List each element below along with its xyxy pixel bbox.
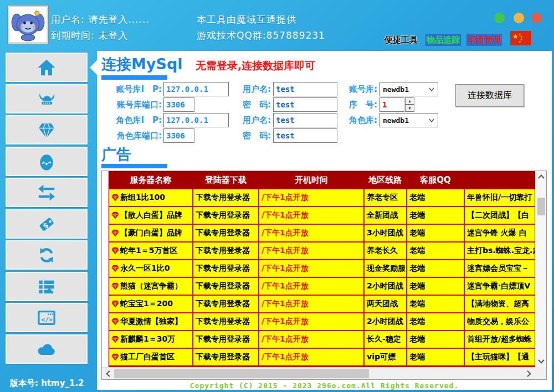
- qq-cell: 老端: [407, 242, 464, 260]
- sidebar-item-code[interactable]: </>: [6, 303, 88, 332]
- table-row[interactable]: 蛇宝宝1＝200 下载专用登录器 /下午1点开放 两天团战 老端 【满地物资、超…: [109, 295, 535, 313]
- refresh-icon: [37, 246, 56, 265]
- spin-up-button[interactable]: ▲: [405, 97, 414, 105]
- role-user-input[interactable]: [273, 113, 337, 127]
- ads-table: 服务器名称 登陆器下载 开机时间 地区线路 客服QQ 新组1比100 下载专用登…: [101, 171, 547, 380]
- server-name-cell: 熊猫（迷宫争霸）: [109, 277, 193, 295]
- region-cell: 长久-稳定: [364, 331, 407, 348]
- seq-spinner: ▲ ▼: [405, 97, 414, 112]
- sidebar-item-cloud[interactable]: [6, 334, 88, 364]
- svg-text:</>: </>: [41, 316, 53, 323]
- sidebar-item-gem[interactable]: [6, 115, 88, 145]
- scroll-down-arrow-icon[interactable]: [536, 357, 547, 366]
- role-db-value: newdb1: [383, 116, 409, 125]
- region-cell: 2小时团战: [364, 277, 407, 295]
- table-row[interactable]: 永久一区1比0 下载专用登录器 /下午1点开放 现金奖励服 老端 迷宫嫖会员宝宝…: [109, 260, 535, 277]
- desc-cell: 迷宫争锋 火爆 白: [464, 224, 535, 242]
- server-name-text: 华夏激情【独家】: [120, 317, 182, 327]
- cloud-icon: [37, 340, 56, 359]
- account-db-select[interactable]: newdb1: [379, 82, 438, 96]
- table-row[interactable]: 熊猫（迷宫争霸） 下载专用登录器 /下午1点开放 2小时团战 老端 迷宫争霸·白…: [109, 277, 535, 295]
- table-row[interactable]: 蛇年1＝5万首区 下载专用登录器 /下午1点开放 养老长久 老端 主打bs.蜘蛛…: [109, 242, 535, 260]
- vertical-scrollbar[interactable]: [535, 171, 546, 367]
- role-db-select[interactable]: newdb1: [379, 113, 438, 127]
- orange-dot-button[interactable]: [514, 13, 524, 23]
- col-header-server: 服务器名称: [109, 171, 193, 189]
- sidebar-item-egg[interactable]: [6, 147, 88, 176]
- copyright-text: Copyright (C) 2015 - 2023 296o.com.All R…: [97, 381, 552, 390]
- qq-cell: 老端: [407, 189, 464, 207]
- table-row[interactable]: 新组1比100 下载专用登录器 /下午1点开放 养老专区 老端 年兽怀旧/一切靠…: [109, 189, 535, 207]
- seq-input[interactable]: [379, 97, 404, 112]
- link-item-tracking[interactable]: 物品追踪: [425, 34, 461, 46]
- green-dot-button[interactable]: [494, 13, 505, 23]
- role-port-input[interactable]: [163, 128, 194, 143]
- sidebar-item-home[interactable]: [6, 53, 88, 82]
- china-flag-icon: ★ ★ ★ ★ ★: [510, 31, 531, 45]
- server-name-cell: 【豪门白蛋】品牌: [109, 224, 193, 242]
- spin-down-button[interactable]: ▼: [405, 105, 414, 112]
- scroll-left-arrow-icon[interactable]: [103, 368, 113, 380]
- open-time-cell: /下午1点开放: [259, 348, 364, 366]
- role-pass-label: 密 码:: [232, 128, 271, 143]
- link-legion-manage[interactable]: 军团管理: [466, 34, 502, 46]
- launcher-cell: 下载专用登录器: [193, 260, 259, 277]
- mysql-section-title: 连接MySql: [101, 54, 183, 74]
- sidebar-item-refresh[interactable]: [6, 240, 88, 270]
- table-row[interactable]: 猫工厂白蛋首区 下载专用登录器 /下午1点开放 vip可嫖 老端 【主玩猫咪】【…: [109, 348, 535, 366]
- table-header-row: 服务器名称 登陆器下载 开机时间 地区线路 客服QQ: [109, 171, 535, 189]
- ruby-gem-icon: [111, 194, 119, 202]
- account-port-label: 账号库端口:: [97, 97, 162, 112]
- role-port-label: 角色库端口:: [97, 128, 162, 143]
- role-pass-input[interactable]: [273, 128, 337, 143]
- table-row[interactable]: 新麒麟1＝30万 下载专用登录器 /下午1点开放 长久-稳定 老端 首组开放/超…: [109, 331, 535, 348]
- ruby-gem-icon: [111, 300, 119, 308]
- region-cell: 全新团战: [364, 207, 407, 224]
- region-cell: 养老长久: [364, 242, 407, 260]
- account-port-input[interactable]: [163, 97, 194, 112]
- table-row[interactable]: 华夏激情【独家】 下载专用登录器 /下午1点开放 2小时团战 老端 物质交易，娱…: [109, 313, 535, 331]
- launcher-cell: 下载专用登录器: [193, 313, 259, 331]
- link-quick-tools[interactable]: 便捷工具: [384, 34, 418, 46]
- data-table-icon: [37, 277, 56, 296]
- role-ip-input[interactable]: [163, 113, 229, 127]
- desc-cell: 【二次团战】【白: [464, 207, 535, 224]
- account-pass-input[interactable]: [273, 97, 337, 112]
- sidebar-item-helmet[interactable]: [6, 84, 88, 114]
- scrollbar-corner: [535, 367, 546, 379]
- scroll-up-arrow-icon[interactable]: [536, 172, 547, 181]
- qq-cell: 老端: [407, 224, 464, 242]
- region-cell: 2小时团战: [364, 313, 407, 331]
- sidebar-item-transfer[interactable]: [6, 178, 88, 207]
- ruby-gem-icon: [111, 318, 119, 326]
- col-header-opentime: 开机时间: [259, 171, 364, 189]
- account-user-input[interactable]: [273, 82, 337, 96]
- ruby-gem-icon: [111, 265, 119, 272]
- home-icon: [37, 58, 56, 77]
- server-name-cell: 新麒麟1＝30万: [109, 331, 193, 348]
- vertical-scroll-thumb[interactable]: [537, 198, 545, 215]
- connect-db-button[interactable]: 连接数据库: [455, 84, 524, 107]
- desc-cell: 【主玩猫咪】【通: [464, 348, 535, 366]
- scroll-right-arrow-icon[interactable]: [524, 368, 534, 380]
- username-status: 用户名: 请先登入......: [51, 13, 150, 26]
- role-user-label: 用户名:: [232, 113, 271, 127]
- sidebar-item-data-table[interactable]: [6, 272, 88, 301]
- account-ip-input[interactable]: [163, 82, 229, 96]
- ruby-gem-icon: [111, 247, 119, 255]
- open-time-cell: /下午1点开放: [259, 313, 364, 331]
- sidebar-item-price-tag[interactable]: $: [6, 209, 88, 239]
- qq-cell: 老端: [407, 348, 464, 366]
- qq-cell: 老端: [407, 260, 464, 277]
- desc-cell: 年兽怀旧/一切靠打: [464, 189, 535, 207]
- horizontal-scrollbar[interactable]: [102, 367, 535, 379]
- table-row[interactable]: 【散人白蛋】品牌 下载专用登录器 /下午1点开放 全新团战 老端 【二次团战】【…: [109, 207, 535, 224]
- red-dot-button[interactable]: [531, 13, 542, 23]
- horizontal-scroll-thumb[interactable]: [114, 369, 369, 378]
- table-gutter: [102, 171, 109, 367]
- region-cell: 两天团战: [364, 295, 407, 313]
- region-cell: 养老专区: [364, 189, 407, 207]
- desc-cell: 首组开放/超多蜘蛛: [464, 331, 535, 348]
- table-row[interactable]: 【豪门白蛋】品牌 下载专用登录器 /下午1点开放 3小时团战 老端 迷宫争锋 火…: [109, 224, 535, 242]
- launcher-cell: 下载专用登录器: [193, 348, 259, 366]
